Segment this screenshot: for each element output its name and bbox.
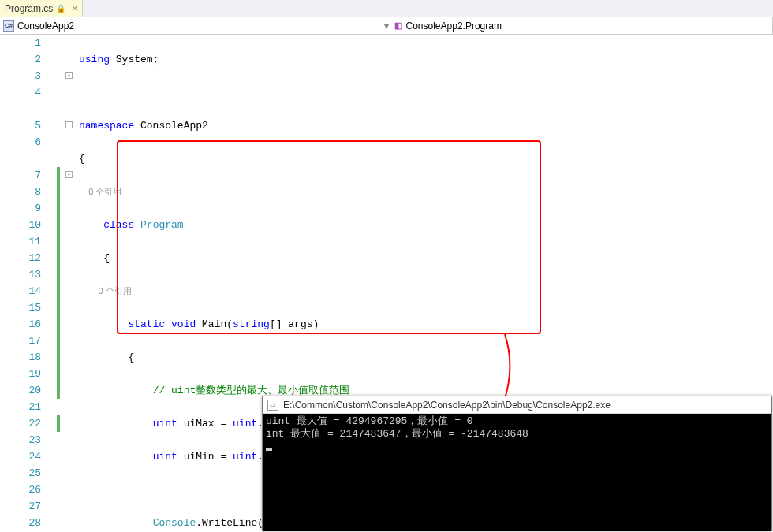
line-number: 4 — [0, 84, 49, 101]
fold-toggle[interactable]: - — [65, 72, 73, 79]
console-titlebar[interactable]: ▭ E:\Common\Custom\ConsoleApp2\ConsoleAp… — [263, 396, 771, 414]
line-number: 11 — [0, 233, 49, 250]
line-number: 2 — [0, 51, 49, 68]
line-number: 16 — [0, 316, 49, 333]
line-number: 10 — [0, 217, 49, 233]
code-token: uiMax = — [177, 418, 233, 430]
change-marker — [57, 167, 60, 399]
code-token: { — [103, 252, 110, 264]
line-number: 19 — [0, 366, 49, 382]
tab-bar: Program.cs 🔒 × — [0, 0, 773, 17]
line-number: 21 — [0, 399, 49, 415]
line-number: 13 — [0, 266, 49, 283]
codelens-references[interactable]: 0 个引用 — [88, 187, 121, 196]
code-token: uiMin = — [177, 451, 233, 463]
console-app-icon: ▭ — [267, 400, 278, 411]
fold-column: - - - — [65, 35, 77, 531]
csharp-icon: C# — [3, 20, 14, 32]
lock-icon: 🔒 — [56, 4, 65, 13]
line-number: 12 — [0, 250, 49, 266]
code-token: namespace — [79, 120, 134, 132]
nav-scope-dropdown[interactable]: C# ConsoleApp2 — [0, 17, 383, 34]
line-number-gutter: 1234567891011121314151617181920212223242… — [0, 35, 55, 531]
close-icon[interactable]: × — [72, 3, 77, 14]
line-number: 14 — [0, 283, 49, 299]
line-number: 9 — [0, 200, 49, 217]
change-marker-column — [55, 35, 65, 531]
code-token: .WriteLine( — [196, 517, 263, 529]
console-line: uint 最大值 = 4294967295，最小值 = 0 — [266, 415, 473, 427]
line-number: 24 — [0, 448, 49, 465]
code-token: uint — [233, 451, 257, 463]
nav-member-label: ConsoleApp2.Program — [406, 20, 502, 32]
line-number: 23 — [0, 432, 49, 448]
line-number: 20 — [0, 382, 49, 399]
line-number: 17 — [0, 333, 49, 349]
line-number: 5 — [0, 117, 49, 134]
nav-member-dropdown[interactable]: ◧ ConsoleApp2.Program — [390, 17, 774, 34]
tab-label: Program.cs — [5, 3, 53, 14]
fold-toggle[interactable]: - — [65, 121, 73, 128]
method-icon: ◧ — [394, 21, 403, 31]
change-marker — [57, 415, 60, 432]
code-token: string — [233, 318, 270, 330]
line-number: 18 — [0, 349, 49, 366]
console-output: uint 最大值 = 4294967295，最小值 = 0 int 最大值 = … — [263, 414, 771, 531]
console-cursor — [266, 448, 272, 451]
line-number: 22 — [0, 415, 49, 432]
code-token: { — [128, 352, 134, 363]
line-number: 25 — [0, 465, 49, 482]
code-token: Main( — [196, 318, 233, 330]
code-token: void — [165, 318, 196, 330]
code-token: static — [128, 318, 165, 330]
line-number: 8 — [0, 184, 49, 200]
code-token: class — [103, 219, 134, 231]
console-title-text: E:\Common\Custom\ConsoleApp2\ConsoleApp2… — [283, 400, 611, 411]
file-tab-program[interactable]: Program.cs 🔒 × — [0, 0, 83, 17]
line-number — [0, 151, 49, 167]
line-number: 26 — [0, 482, 49, 498]
nav-divider: ▾ — [383, 17, 390, 34]
code-token: using — [79, 54, 110, 65]
line-number: 3 — [0, 68, 49, 84]
code-token: uint — [153, 418, 177, 430]
code-token: uint — [233, 418, 257, 430]
line-number: 28 — [0, 515, 49, 531]
code-token: uint — [153, 451, 177, 463]
console-line: int 最大值 = 2147483647，最小值 = -2147483648 — [266, 428, 528, 440]
nav-bar: C# ConsoleApp2 ▾ ◧ ConsoleApp2.Program — [0, 17, 773, 35]
line-number: 15 — [0, 299, 49, 316]
code-token: Console — [153, 517, 196, 529]
code-token: [] args) — [270, 318, 319, 330]
nav-scope-label: ConsoleApp2 — [17, 20, 74, 32]
line-number: 6 — [0, 134, 49, 151]
code-token: System; — [110, 54, 159, 65]
codelens-references[interactable]: 0 个引用 — [98, 286, 131, 296]
code-token: Program — [134, 219, 183, 231]
console-window[interactable]: ▭ E:\Common\Custom\ConsoleApp2\ConsoleAp… — [262, 396, 772, 531]
line-number: 1 — [0, 35, 49, 51]
line-number — [0, 101, 49, 117]
line-number: 7 — [0, 167, 49, 184]
line-number: 27 — [0, 498, 49, 515]
fold-toggle[interactable]: - — [65, 171, 73, 178]
code-token: // uint整数类型的最大、最小值取值范围 — [153, 385, 350, 396]
code-token: ConsoleApp2 — [134, 120, 208, 132]
code-token: { — [79, 153, 85, 165]
